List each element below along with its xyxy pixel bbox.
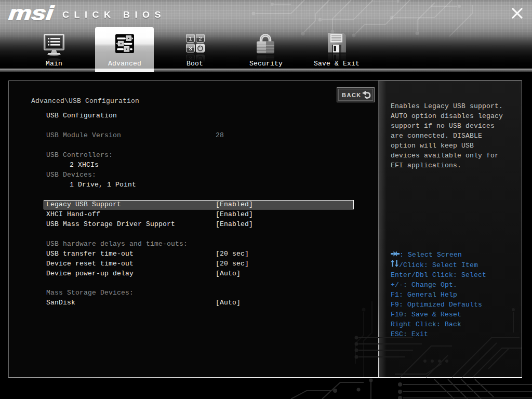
svg-text:1: 1 (189, 36, 192, 42)
svg-text:2: 2 (198, 36, 202, 42)
svg-text:3: 3 (189, 46, 192, 52)
